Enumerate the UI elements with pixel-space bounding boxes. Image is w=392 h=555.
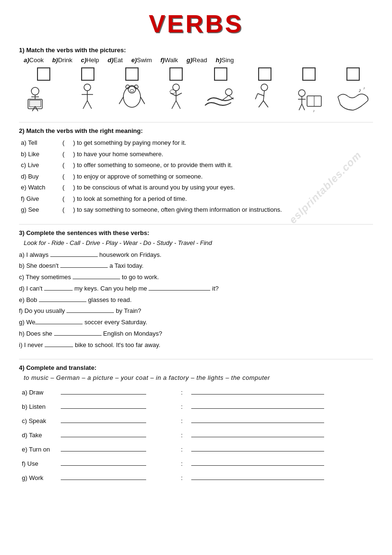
colon-cell: : <box>179 414 188 428</box>
fill-line2[interactable] <box>191 473 324 480</box>
verb-cell: b) Like <box>19 149 52 160</box>
pictures-row: ♪ ♪♪ <box>19 67 373 113</box>
svg-point-16 <box>130 90 134 92</box>
svg-line-39 <box>302 104 305 110</box>
fill-blank[interactable] <box>66 306 114 313</box>
meaning-cell: ) to get something by paying money for i… <box>71 137 373 149</box>
svg-line-33 <box>263 101 268 107</box>
picture-item <box>112 67 152 113</box>
fill-line1[interactable] <box>61 473 146 480</box>
translate-row: e) Turn on : <box>20 443 372 456</box>
translate-fill2[interactable] <box>189 457 372 470</box>
fill-blank[interactable] <box>39 295 86 302</box>
section4-title: 4) Complete and translate: <box>19 364 373 371</box>
fill-line2[interactable] <box>191 388 324 395</box>
fill-line2[interactable] <box>191 431 324 437</box>
picture-1 <box>69 83 107 113</box>
fill-line1[interactable] <box>61 445 146 452</box>
match-table: a) Tell ( ) to get something by paying m… <box>19 137 373 216</box>
answer-box[interactable] <box>81 67 94 81</box>
verb-item: f)Walk <box>160 56 178 64</box>
fill-blank[interactable] <box>50 250 98 257</box>
translate-fill1[interactable] <box>59 471 178 485</box>
svg-line-11 <box>87 101 92 109</box>
verb-item: c)Help <box>81 56 99 64</box>
sentence-item: a) I always housework on Fridays. <box>19 250 373 260</box>
translate-row: f) Use : <box>20 457 372 470</box>
colon-cell: : <box>179 386 188 399</box>
picture-2 <box>113 83 151 113</box>
svg-point-29 <box>261 84 268 91</box>
translate-fill2[interactable] <box>189 471 372 485</box>
translate-fill1[interactable] <box>59 386 178 399</box>
translate-fill1[interactable] <box>59 414 178 428</box>
svg-text:♪: ♪ <box>358 87 361 94</box>
svg-line-24 <box>172 101 176 109</box>
fill-blank2[interactable] <box>149 284 210 291</box>
fill-line1[interactable] <box>61 459 146 466</box>
fill-line1[interactable] <box>61 402 146 409</box>
meaning-cell: ) to offer something to someone, or to p… <box>71 160 373 171</box>
match-row: f) Give ( ) to look at something for a p… <box>19 193 373 205</box>
verb-cell: a) Tell <box>19 137 52 149</box>
fill-line2[interactable] <box>191 402 324 409</box>
translate-fill1[interactable] <box>59 429 178 442</box>
translate-fill2[interactable] <box>189 414 372 428</box>
translate-fill1[interactable] <box>59 457 178 470</box>
meaning-cell: ) to say something to someone, often giv… <box>71 204 373 216</box>
answer-box[interactable] <box>346 67 360 81</box>
meaning-cell: ) to be conscious of what is around you … <box>71 182 373 193</box>
fill-line2[interactable] <box>191 416 324 423</box>
bracket-cell: ( <box>52 182 71 193</box>
answer-box[interactable] <box>169 67 183 81</box>
picture-4 <box>202 83 240 113</box>
translate-fill1[interactable] <box>59 443 178 456</box>
translate-verb: b) Listen <box>20 400 58 414</box>
translate-row: c) Speak : <box>20 414 372 428</box>
answer-box[interactable] <box>214 67 227 81</box>
bracket-cell: ( <box>52 193 71 205</box>
fill-line2[interactable] <box>191 445 324 452</box>
translate-row: b) Listen : <box>20 400 372 414</box>
fill-line2[interactable] <box>191 459 324 466</box>
colon-cell: : <box>179 443 188 456</box>
section3-title: 3) Complete the sentences with these ver… <box>19 229 373 236</box>
svg-line-32 <box>259 101 263 107</box>
section2-title: 2) Match the verbs with the right meanin… <box>19 127 373 134</box>
picture-item <box>157 67 196 113</box>
fill-blank[interactable] <box>73 273 120 279</box>
translate-fill2[interactable] <box>189 429 372 442</box>
match-row: d) Buy ( ) to enjoy or approve of someth… <box>19 171 373 182</box>
translate-fill2[interactable] <box>189 443 372 456</box>
answer-box[interactable] <box>302 67 316 81</box>
sentence-item: e) Bob glasses to read. <box>19 295 373 305</box>
section3: 3) Complete the sentences with these ver… <box>19 229 373 350</box>
fill-line1[interactable] <box>61 431 146 437</box>
meaning-cell: ) to enjoy or approve of something or so… <box>71 171 373 182</box>
answer-box[interactable] <box>37 67 50 81</box>
fill-blank[interactable] <box>60 261 108 268</box>
translate-table: a) Draw : b) Listen : c) Speak : d) Take… <box>19 385 373 486</box>
fill-blank[interactable] <box>45 340 73 347</box>
fill-blank[interactable] <box>35 318 83 324</box>
picture-3 <box>157 83 195 113</box>
svg-rect-1 <box>29 100 41 107</box>
fill-line1[interactable] <box>61 388 146 395</box>
match-row: b) Like ( ) to have your home somewhere. <box>19 149 373 160</box>
fill-blank[interactable] <box>54 329 102 336</box>
picture-item <box>68 67 107 113</box>
svg-point-2 <box>31 87 39 95</box>
fill-blank[interactable] <box>44 284 73 291</box>
colon-cell: : <box>179 471 188 485</box>
sentence-item: b) She doesn't a Taxi today. <box>19 261 373 271</box>
translate-fill2[interactable] <box>189 400 372 414</box>
answer-box[interactable] <box>258 67 271 81</box>
translate-fill1[interactable] <box>59 400 178 414</box>
translate-fill2[interactable] <box>189 386 372 399</box>
meaning-cell: ) to look at something for a period of t… <box>71 193 373 205</box>
svg-line-25 <box>176 101 180 109</box>
fill-line1[interactable] <box>61 416 146 423</box>
bracket-cell: ( <box>52 204 71 216</box>
bracket-cell: ( <box>52 171 71 182</box>
answer-box[interactable] <box>125 67 139 81</box>
